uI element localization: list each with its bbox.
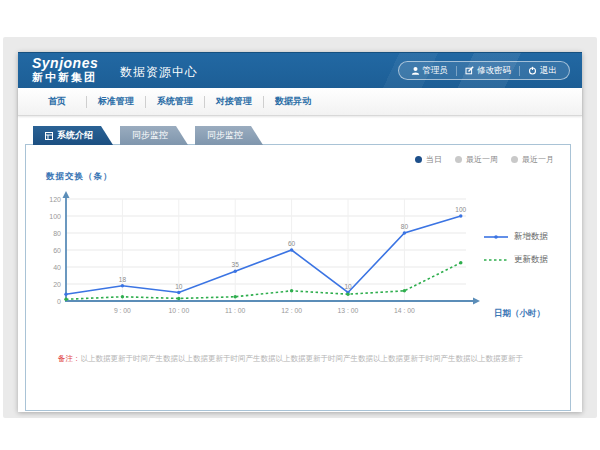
note-label: 备注： [58, 354, 81, 363]
user-menu-item-change-password[interactable]: 修改密码 [457, 65, 519, 77]
svg-text:10 : 00: 10 : 00 [168, 307, 189, 314]
nav-item-3[interactable]: 对接管理 [205, 95, 263, 108]
legend-line-sample-icon [484, 234, 508, 240]
legend-item-0[interactable]: 新增数据 [484, 231, 548, 243]
user-menu-item-account[interactable]: 管理员 [403, 65, 457, 77]
svg-text:80: 80 [401, 223, 409, 230]
svg-text:20: 20 [53, 281, 61, 288]
company-logo[interactable]: Synjones 新中新集团 [32, 56, 98, 83]
tab-2[interactable]: 同步监控 [195, 126, 263, 145]
svg-text:18: 18 [119, 276, 127, 283]
radio-dot-icon [415, 156, 422, 163]
nav-item-1[interactable]: 标准管理 [87, 95, 145, 108]
svg-text:13 : 00: 13 : 00 [338, 307, 359, 314]
edit-icon [465, 66, 474, 75]
legend-line-sample-icon [484, 257, 508, 263]
page-title: 数据资源中心 [120, 64, 198, 81]
legend-label: 新增数据 [514, 231, 548, 243]
svg-text:100: 100 [455, 206, 466, 213]
logo-text-cn: 新中新集团 [32, 71, 98, 83]
tab-0[interactable]: 系统介绍 [33, 126, 113, 145]
user-icon [411, 66, 420, 75]
note-text: 以上数据更新于时间产生数据以上数据更新于时间产生数据以上数据更新于时间产生数据以… [81, 354, 524, 363]
content-panel: 当日最近一周最近一月 数据交换（条） 0204060801001209 : 00… [25, 144, 571, 411]
user-menu-item-logout[interactable]: 退出 [520, 65, 565, 77]
svg-text:9 : 00: 9 : 00 [114, 307, 131, 314]
svg-text:100: 100 [49, 213, 61, 220]
svg-text:11 : 00: 11 : 00 [225, 307, 246, 314]
grid-icon [45, 132, 53, 140]
period-option-1[interactable]: 最近一周 [455, 154, 498, 165]
radio-dot-icon [455, 156, 462, 163]
period-option-label: 最近一周 [466, 154, 498, 165]
tab-label: 同步监控 [207, 126, 243, 145]
legend-label: 更新数据 [514, 254, 548, 266]
period-option-0[interactable]: 当日 [415, 154, 442, 165]
svg-text:80: 80 [53, 230, 61, 237]
svg-text:40: 40 [53, 264, 61, 271]
user-menu-label: 退出 [540, 65, 557, 77]
x-axis-label: 日期（小时） [494, 308, 545, 318]
legend-item-1[interactable]: 更新数据 [484, 254, 548, 266]
svg-text:14 : 00: 14 : 00 [394, 307, 415, 314]
period-filter: 当日最近一周最近一月 [415, 154, 554, 165]
power-icon [528, 66, 537, 75]
nav-item-2[interactable]: 系统管理 [146, 95, 204, 108]
logo-text-en: Synjones [32, 56, 98, 71]
user-menu-label: 管理员 [423, 65, 449, 77]
svg-text:12 : 00: 12 : 00 [281, 307, 302, 314]
tab-bar: 系统介绍同步监控同步监控 [33, 126, 263, 145]
browser-page: Synjones 新中新集团 数据资源中心 管理员修改密码退出 首页标准管理系统… [18, 52, 582, 412]
main-navigation: 首页标准管理系统管理对接管理数据异动 [18, 88, 582, 116]
radio-dot-icon [511, 156, 518, 163]
nav-item-0[interactable]: 首页 [28, 95, 86, 108]
footer-note: 备注：以上数据更新于时间产生数据以上数据更新于时间产生数据以上数据更新于时间产生… [58, 354, 556, 365]
svg-text:35: 35 [232, 261, 240, 268]
tab-label: 同步监控 [132, 126, 168, 145]
period-option-label: 当日 [426, 154, 442, 165]
svg-text:0: 0 [57, 298, 61, 305]
tab-label: 系统介绍 [57, 126, 93, 145]
tab-1[interactable]: 同步监控 [120, 126, 188, 145]
nav-item-4[interactable]: 数据异动 [264, 95, 322, 108]
y-axis-title: 数据交换（条） [46, 171, 113, 183]
user-menu-label: 修改密码 [477, 65, 511, 77]
svg-text:60: 60 [288, 240, 296, 247]
svg-text:10: 10 [175, 283, 183, 290]
period-option-label: 最近一月 [522, 154, 554, 165]
app-header: Synjones 新中新集团 数据资源中心 管理员修改密码退出 [18, 52, 582, 88]
series-legend: 新增数据更新数据 [484, 231, 548, 266]
svg-text:120: 120 [49, 196, 61, 203]
svg-text:10: 10 [344, 283, 352, 290]
user-menu: 管理员修改密码退出 [398, 61, 571, 80]
period-option-2[interactable]: 最近一月 [511, 154, 554, 165]
svg-text:60: 60 [53, 247, 61, 254]
